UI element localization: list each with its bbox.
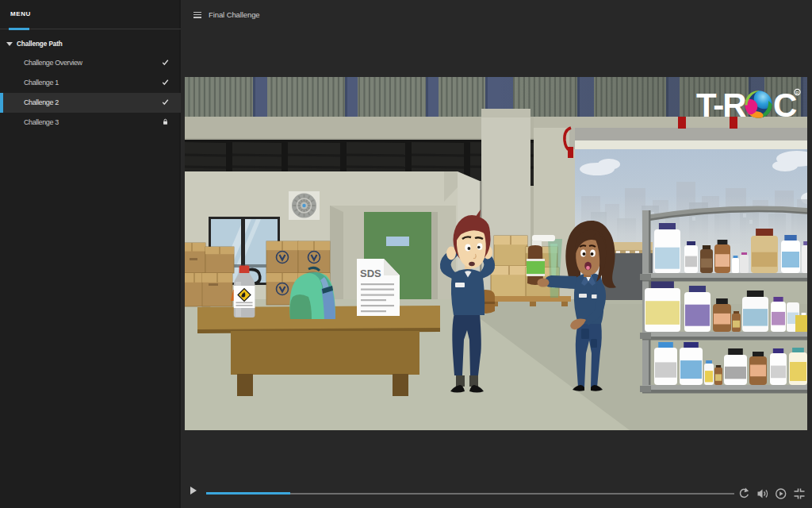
- svg-text:T-R: T-R: [696, 87, 746, 124]
- svg-text:R: R: [796, 90, 799, 95]
- svg-text:C: C: [773, 87, 797, 124]
- svg-text:SDS: SDS: [360, 267, 381, 279]
